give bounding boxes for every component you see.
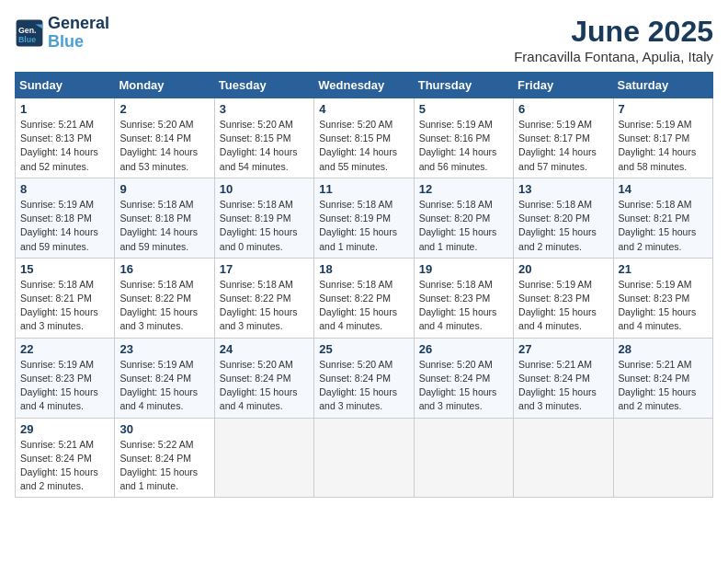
calendar-cell: 12Sunrise: 5:18 AMSunset: 8:20 PMDayligh…	[414, 178, 513, 258]
calendar-cell: 8Sunrise: 5:19 AMSunset: 8:18 PMDaylight…	[16, 178, 115, 258]
weekday-header-sunday: Sunday	[16, 73, 115, 98]
logo-icon: Gen. Blue	[15, 18, 44, 48]
day-number: 9	[119, 182, 209, 196]
calendar-cell: 28Sunrise: 5:21 AMSunset: 8:24 PMDayligh…	[613, 338, 712, 418]
calendar-table: SundayMondayTuesdayWednesdayThursdayFrid…	[15, 72, 713, 498]
calendar-week-row: 1Sunrise: 5:21 AMSunset: 8:13 PMDaylight…	[16, 98, 713, 178]
day-number: 5	[419, 102, 508, 116]
calendar-week-row: 8Sunrise: 5:19 AMSunset: 8:18 PMDaylight…	[16, 178, 713, 258]
day-detail: Sunrise: 5:21 AMSunset: 8:13 PMDaylight:…	[20, 118, 109, 174]
logo: Gen. Blue General Blue	[15, 15, 109, 52]
calendar-cell: 17Sunrise: 5:18 AMSunset: 8:22 PMDayligh…	[214, 258, 313, 338]
day-detail: Sunrise: 5:18 AMSunset: 8:23 PMDaylight:…	[419, 278, 508, 334]
day-detail: Sunrise: 5:22 AMSunset: 8:24 PMDaylight:…	[119, 438, 209, 494]
day-detail: Sunrise: 5:18 AMSunset: 8:19 PMDaylight:…	[220, 198, 309, 254]
calendar-week-row: 29Sunrise: 5:21 AMSunset: 8:24 PMDayligh…	[16, 418, 713, 498]
day-number: 4	[319, 102, 408, 116]
calendar-cell: 15Sunrise: 5:18 AMSunset: 8:21 PMDayligh…	[16, 258, 115, 338]
weekday-header-thursday: Thursday	[414, 73, 513, 98]
day-detail: Sunrise: 5:18 AMSunset: 8:22 PMDaylight:…	[319, 278, 408, 334]
calendar-cell: 14Sunrise: 5:18 AMSunset: 8:21 PMDayligh…	[613, 178, 712, 258]
svg-text:Blue: Blue	[18, 35, 36, 44]
day-detail: Sunrise: 5:18 AMSunset: 8:20 PMDaylight:…	[518, 198, 608, 254]
weekday-header-friday: Friday	[514, 73, 613, 98]
day-detail: Sunrise: 5:18 AMSunset: 8:19 PMDaylight:…	[319, 198, 408, 254]
calendar-cell: 27Sunrise: 5:21 AMSunset: 8:24 PMDayligh…	[514, 338, 613, 418]
calendar-cell: 6Sunrise: 5:19 AMSunset: 8:17 PMDaylight…	[514, 98, 613, 178]
day-number: 20	[518, 262, 608, 276]
header: Gen. Blue General Blue June 2025 Francav…	[15, 15, 713, 64]
calendar-cell: 7Sunrise: 5:19 AMSunset: 8:17 PMDaylight…	[613, 98, 712, 178]
day-number: 2	[119, 102, 209, 116]
calendar-cell: 10Sunrise: 5:18 AMSunset: 8:19 PMDayligh…	[214, 178, 313, 258]
day-number: 16	[119, 262, 209, 276]
calendar-cell: 9Sunrise: 5:18 AMSunset: 8:18 PMDaylight…	[115, 178, 214, 258]
day-detail: Sunrise: 5:21 AMSunset: 8:24 PMDaylight:…	[20, 438, 109, 494]
calendar-cell: 25Sunrise: 5:20 AMSunset: 8:24 PMDayligh…	[314, 338, 414, 418]
calendar-cell	[613, 418, 712, 498]
day-number: 10	[220, 182, 309, 196]
calendar-cell	[414, 418, 513, 498]
calendar-week-row: 22Sunrise: 5:19 AMSunset: 8:23 PMDayligh…	[16, 338, 713, 418]
day-number: 28	[619, 342, 708, 356]
calendar-cell: 18Sunrise: 5:18 AMSunset: 8:22 PMDayligh…	[314, 258, 414, 338]
title-area: June 2025 Francavilla Fontana, Apulia, I…	[514, 15, 713, 64]
day-detail: Sunrise: 5:19 AMSunset: 8:17 PMDaylight:…	[619, 118, 708, 174]
calendar-cell: 20Sunrise: 5:19 AMSunset: 8:23 PMDayligh…	[514, 258, 613, 338]
day-number: 19	[419, 262, 508, 276]
day-detail: Sunrise: 5:20 AMSunset: 8:24 PMDaylight:…	[319, 358, 408, 414]
day-detail: Sunrise: 5:18 AMSunset: 8:21 PMDaylight:…	[619, 198, 708, 254]
day-detail: Sunrise: 5:20 AMSunset: 8:15 PMDaylight:…	[319, 118, 408, 174]
calendar-cell: 13Sunrise: 5:18 AMSunset: 8:20 PMDayligh…	[514, 178, 613, 258]
day-number: 22	[20, 342, 109, 356]
day-number: 6	[518, 102, 608, 116]
calendar-cell: 24Sunrise: 5:20 AMSunset: 8:24 PMDayligh…	[214, 338, 313, 418]
day-number: 24	[220, 342, 309, 356]
location-title: Francavilla Fontana, Apulia, Italy	[514, 49, 713, 64]
day-number: 25	[319, 342, 408, 356]
day-number: 23	[119, 342, 209, 356]
svg-text:Gen.: Gen.	[18, 26, 37, 35]
day-number: 8	[20, 182, 109, 196]
calendar-week-row: 15Sunrise: 5:18 AMSunset: 8:21 PMDayligh…	[16, 258, 713, 338]
day-detail: Sunrise: 5:18 AMSunset: 8:20 PMDaylight:…	[419, 198, 508, 254]
calendar-cell: 16Sunrise: 5:18 AMSunset: 8:22 PMDayligh…	[115, 258, 214, 338]
day-detail: Sunrise: 5:19 AMSunset: 8:17 PMDaylight:…	[518, 118, 608, 174]
day-detail: Sunrise: 5:20 AMSunset: 8:24 PMDaylight:…	[419, 358, 508, 414]
day-detail: Sunrise: 5:20 AMSunset: 8:14 PMDaylight:…	[119, 118, 209, 174]
logo-line2: Blue	[48, 32, 84, 51]
day-detail: Sunrise: 5:19 AMSunset: 8:23 PMDaylight:…	[20, 358, 109, 414]
calendar-cell: 1Sunrise: 5:21 AMSunset: 8:13 PMDaylight…	[16, 98, 115, 178]
day-detail: Sunrise: 5:20 AMSunset: 8:24 PMDaylight:…	[220, 358, 309, 414]
day-detail: Sunrise: 5:19 AMSunset: 8:18 PMDaylight:…	[20, 198, 109, 254]
weekday-header-wednesday: Wednesday	[314, 73, 414, 98]
logo-text: General Blue	[48, 15, 109, 52]
day-number: 7	[619, 102, 708, 116]
day-number: 18	[319, 262, 408, 276]
day-detail: Sunrise: 5:19 AMSunset: 8:24 PMDaylight:…	[119, 358, 209, 414]
day-detail: Sunrise: 5:19 AMSunset: 8:16 PMDaylight:…	[419, 118, 508, 174]
calendar-cell: 3Sunrise: 5:20 AMSunset: 8:15 PMDaylight…	[214, 98, 313, 178]
day-detail: Sunrise: 5:18 AMSunset: 8:18 PMDaylight:…	[119, 198, 209, 254]
day-number: 17	[220, 262, 309, 276]
day-number: 13	[518, 182, 608, 196]
day-number: 27	[518, 342, 608, 356]
logo-line1: General	[48, 15, 109, 33]
calendar-cell: 11Sunrise: 5:18 AMSunset: 8:19 PMDayligh…	[314, 178, 414, 258]
calendar-cell: 29Sunrise: 5:21 AMSunset: 8:24 PMDayligh…	[16, 418, 115, 498]
calendar-cell: 4Sunrise: 5:20 AMSunset: 8:15 PMDaylight…	[314, 98, 414, 178]
calendar-cell: 30Sunrise: 5:22 AMSunset: 8:24 PMDayligh…	[115, 418, 214, 498]
weekday-header-row: SundayMondayTuesdayWednesdayThursdayFrid…	[16, 73, 713, 98]
day-number: 30	[119, 422, 209, 436]
day-number: 11	[319, 182, 408, 196]
day-number: 12	[419, 182, 508, 196]
day-number: 21	[619, 262, 708, 276]
calendar-cell: 2Sunrise: 5:20 AMSunset: 8:14 PMDaylight…	[115, 98, 214, 178]
day-number: 26	[419, 342, 508, 356]
day-number: 14	[619, 182, 708, 196]
day-number: 29	[20, 422, 109, 436]
calendar-cell: 22Sunrise: 5:19 AMSunset: 8:23 PMDayligh…	[16, 338, 115, 418]
day-detail: Sunrise: 5:21 AMSunset: 8:24 PMDaylight:…	[518, 358, 608, 414]
day-detail: Sunrise: 5:19 AMSunset: 8:23 PMDaylight:…	[619, 278, 708, 334]
weekday-header-saturday: Saturday	[613, 73, 712, 98]
